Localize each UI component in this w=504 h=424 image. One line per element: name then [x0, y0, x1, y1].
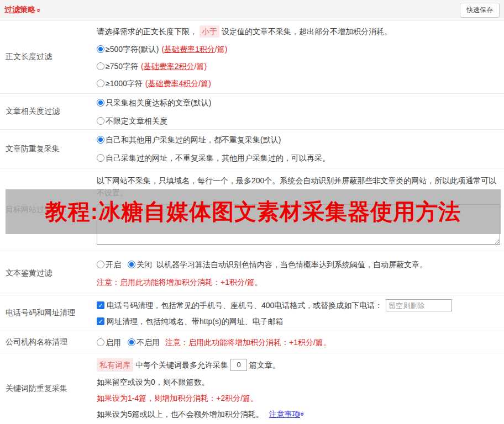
tutorial-watermark: 教程:冰糖自媒体图文素材采集器使用方法 — [45, 197, 461, 227]
row-keyword-dedup: 关键词防重复采集 私有词库 中每个关键词最多允许采集 篇文章。 如果留空或设为0… — [0, 353, 504, 424]
keyword-max-count-input[interactable] — [230, 359, 247, 371]
length-filter-intro: 请选择需求的正文长度下限， 小于 设定值的文章不采集，超出部分不增加积分消耗。 — [97, 25, 500, 38]
row-label-phone-url-clean: 电话号码和网址清理 — [0, 295, 97, 331]
fee-note: (基础费率4积分/篇) — [145, 78, 211, 89]
relevance-option-strict[interactable]: 只采集相关度达标的文章(默认) — [97, 97, 500, 108]
row-phone-url-clean: 电话号码和网址清理 ✓ 电话号码清理，包括常见的手机号、座机号、400电话格式，… — [0, 295, 504, 331]
private-lexicon-tag: 私有词库 — [97, 358, 133, 372]
radio-icon[interactable] — [97, 62, 104, 70]
radio-checked-icon[interactable] — [97, 45, 104, 53]
row-relevance-filter: 文章相关度过滤 只采集相关度达标的文章(默认) 不限定文章相关度 — [0, 94, 504, 130]
porn-filter-note: 注意：启用此功能将增加积分消耗：+1积分/篇。 — [97, 277, 500, 288]
page-title[interactable]: 过滤策略 » — [4, 5, 41, 15]
fee-note: (基础费率2积分/篇) — [141, 61, 207, 72]
row-porn-filter: 文本鉴黄过滤 开启 关闭 以机器学习算法自动识别色情内容，当色情概率达到系统阈值… — [0, 251, 504, 295]
radio-icon[interactable] — [97, 338, 104, 346]
phone-clean-option[interactable]: ✓ 电话号码清理，包括常见的手机号、座机号、400电话格式，或替换成如下电话： — [97, 299, 500, 311]
row-label-length-filter: 正文长度过滤 — [0, 20, 97, 93]
keyword-dedup-note-zero: 如果留空或设为0，则不限篇数。 — [97, 377, 500, 388]
dedup-option-self-only[interactable]: 自己采集过的网址，不重复采集，其他用户采集过的，可以再采。 — [97, 152, 500, 163]
chevron-double-down-icon: » — [35, 8, 43, 12]
checkbox-checked-icon[interactable]: ✓ — [97, 317, 104, 325]
radio-checked-icon[interactable] — [128, 261, 135, 268]
row-length-filter: 正文长度过滤 请选择需求的正文长度下限， 小于 设定值的文章不采集，超出部分不增… — [0, 20, 504, 94]
chevron-double-down-icon: » — [297, 412, 308, 416]
company-clean-option-off[interactable]: 不启用 — [128, 337, 160, 348]
quick-save-button[interactable]: 快速保存 — [460, 3, 500, 18]
porn-option-off[interactable]: 关闭 — [128, 259, 152, 270]
url-clean-option[interactable]: ✓ 网址清理，包括纯域名、带http(s)的网址、电子邮箱 — [97, 316, 500, 327]
page-header: 过滤策略 » 快速保存 — [0, 0, 504, 20]
keyword-dedup-note-five: 如果设为5篇或以上，也不会额外增加积分消耗。 — [97, 409, 264, 420]
radio-checked-icon[interactable] — [128, 338, 135, 346]
company-clean-option-on[interactable]: 启用 — [97, 337, 121, 348]
radio-icon[interactable] — [97, 154, 104, 162]
row-label-relevance-filter: 文章相关度过滤 — [0, 94, 97, 129]
row-label-dedup-filter: 文章防重复采集 — [0, 130, 97, 168]
porn-filter-description: 以机器学习算法自动识别色情内容，当色情概率达到系统阈值，自动屏蔽文章。 — [156, 259, 427, 270]
row-dedup-filter: 文章防重复采集 自己和其他用户采集过的网址，都不重复采集(默认) 自己采集过的网… — [0, 130, 504, 168]
length-option-750[interactable]: ≥750字符 (基础费率2积分/篇) — [97, 61, 500, 72]
row-label-company-clean: 公司机构名称清理 — [0, 331, 97, 353]
relevance-option-any[interactable]: 不限定文章相关度 — [97, 115, 500, 126]
radio-icon[interactable] — [97, 117, 104, 125]
notes-link[interactable]: 注意事项 » — [269, 409, 305, 420]
dedup-option-all-users[interactable]: 自己和其他用户采集过的网址，都不重复采集(默认) — [97, 134, 500, 145]
phone-replace-input[interactable] — [386, 299, 452, 311]
length-option-500[interactable]: ≥500字符(默认) (基础费率1积分/篇) — [97, 44, 500, 55]
keyword-dedup-note-fee: 如果设为1-4篇，则增加积分消耗：+2积分/篇。 — [97, 393, 500, 404]
row-label-porn-filter: 文本鉴黄过滤 — [0, 251, 97, 295]
radio-icon[interactable] — [97, 261, 104, 268]
row-label-keyword-dedup: 关键词防重复采集 — [0, 353, 97, 424]
length-option-1000[interactable]: ≥1000字符 (基础费率4积分/篇) — [97, 78, 500, 89]
less-than-highlight: 小于 — [200, 25, 219, 38]
checkbox-checked-icon[interactable]: ✓ — [97, 301, 104, 309]
row-company-clean: 公司机构名称清理 启用 不启用 注意：启用此功能将增加积分消耗：+1积分/篇。 — [0, 331, 504, 353]
radio-checked-icon[interactable] — [97, 136, 104, 144]
fee-note: (基础费率1积分/篇) — [161, 44, 227, 55]
radio-checked-icon[interactable] — [97, 99, 104, 107]
tutorial-overlay-banner: 教程:冰糖自媒体图文素材采集器使用方法 — [6, 189, 501, 234]
company-clean-note: 注意：启用此功能将增加积分消耗：+1积分/篇。 — [165, 337, 331, 348]
radio-icon[interactable] — [97, 80, 104, 87]
porn-option-on[interactable]: 开启 — [97, 259, 121, 270]
